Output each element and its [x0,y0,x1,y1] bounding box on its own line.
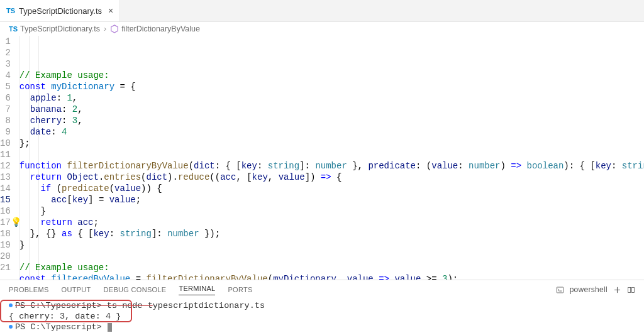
breadcrumb-symbol[interactable]: filterDictionaryByValue [110,25,200,33]
code-line[interactable]: 💡 return acc; [19,217,644,228]
new-terminal-icon[interactable] [613,285,621,294]
split-terminal-icon[interactable] [626,285,635,294]
code-line[interactable]: acc[key] = value; [19,194,644,205]
panel-tab-bar: PROBLEMSOUTPUTDEBUG CONSOLETERMINALPORTS… [0,280,644,299]
shell-name[interactable]: powershell [570,285,608,294]
code-line[interactable]: // Example usage: [19,262,644,273]
terminal-cursor [108,323,112,332]
typescript-file-icon: TS [6,7,15,14]
code-line[interactable]: } [19,239,644,251]
editor-tab-active[interactable]: TS TypeScriptDictionary.ts × [0,0,120,21]
chevron-right-icon: › [104,25,106,33]
svg-rect-2 [631,287,634,292]
method-icon [110,25,119,33]
svg-rect-0 [557,287,564,293]
code-line[interactable]: function filterDictionaryByValue(dict: {… [19,160,644,172]
code-line[interactable] [19,251,644,262]
prompt-indicator-icon [9,303,13,307]
code-line[interactable]: }, {} as { [key: string]: number }); [19,228,644,239]
line-number-gutter: 123456789101112131415161718192021 [0,36,19,280]
breadcrumb-file[interactable]: TS TypeScriptDictionary.ts [9,25,100,33]
terminal-prompt-line: PS C:\Typescript> [9,322,635,332]
code-line[interactable]: banana: 2, [19,104,644,115]
prompt-indicator-icon [9,325,13,329]
panel-tab-ports[interactable]: PORTS [228,286,252,293]
panel-tab-terminal[interactable]: TERMINAL [179,285,215,295]
terminal-shell-icon [556,285,565,294]
code-line[interactable]: if (predicate(value)) { [19,183,644,194]
code-content[interactable]: // Example usage:const myDictionary = { … [19,36,644,280]
typescript-file-icon: TS [9,25,18,33]
code-line[interactable]: // Example usage: [19,70,644,81]
code-line[interactable]: return Object.entries(dict).reduce((acc,… [19,172,644,183]
code-line[interactable]: } [19,205,644,217]
breadcrumb-symbol-label: filterDictionaryByValue [121,25,200,33]
breadcrumb-file-label: TypeScriptDictionary.ts [20,25,100,33]
code-line[interactable]: }; [19,138,644,149]
code-line[interactable]: date: 4 [19,126,644,138]
breadcrumb[interactable]: TS TypeScriptDictionary.ts › filterDicti… [0,22,644,35]
lightbulb-icon[interactable]: 💡 [11,217,21,228]
terminal-output-line: { cherry: 3, date: 4 } [9,311,635,322]
panel-tab-output[interactable]: OUTPUT [62,286,91,293]
code-line[interactable]: apple: 1, [19,92,644,104]
terminal[interactable]: PS C:\Typescript> ts-node typescriptdict… [0,299,644,333]
code-line[interactable]: cherry: 3, [19,115,644,126]
panel-tab-problems[interactable]: PROBLEMS [9,286,49,293]
bottom-panel: PROBLEMSOUTPUTDEBUG CONSOLETERMINALPORTS… [0,280,644,333]
editor-tab-bar: TS TypeScriptDictionary.ts × [0,0,644,22]
code-line[interactable]: const filteredByValue = filterDictionary… [19,273,644,280]
code-editor[interactable]: 123456789101112131415161718192021 // Exa… [0,35,644,280]
code-line[interactable] [19,149,644,160]
panel-tab-debug-console[interactable]: DEBUG CONSOLE [104,286,167,293]
svg-rect-1 [628,287,630,292]
close-icon[interactable]: × [106,6,113,16]
code-line[interactable]: const myDictionary = { [19,81,644,92]
tab-title: TypeScriptDictionary.ts [19,6,102,16]
terminal-line: PS C:\Typescript> ts-node typescriptdict… [9,300,635,311]
panel-toolbar: powershell [556,285,635,294]
